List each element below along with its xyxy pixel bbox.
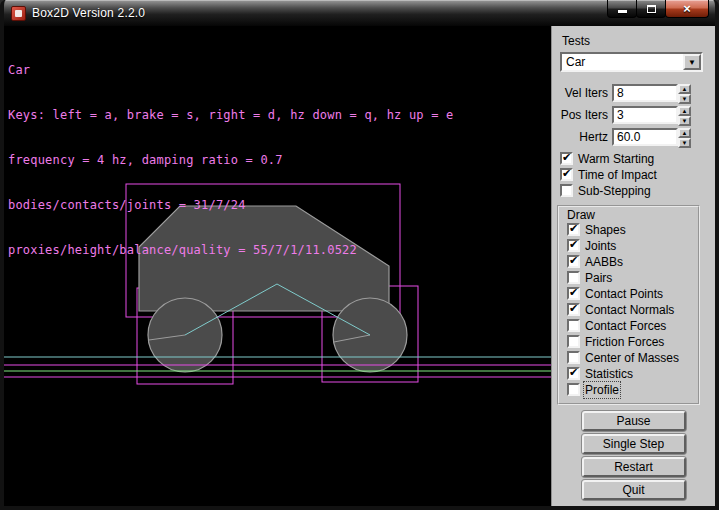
arrow-up-icon: ▲ [682, 86, 688, 92]
tests-dropdown-value: Car [562, 54, 683, 70]
checkbox-box[interactable]: ✔ [560, 184, 573, 197]
arrow-up-icon: ▲ [682, 108, 688, 114]
solver-options: ✔ Warm Starting ✔ Time of Impact ✔ Sub-S… [552, 152, 715, 197]
window-controls: × [608, 0, 709, 18]
quit-button[interactable]: Quit [582, 480, 686, 500]
hertz-label: Hertz [552, 130, 608, 144]
single-step-button[interactable]: Single Step [582, 434, 686, 454]
arrow-up-icon: ▲ [682, 130, 688, 136]
checkbox-label: Warm Starting [578, 152, 654, 166]
close-button[interactable]: × [665, 0, 709, 18]
iteration-settings: Vel Iters ▲ ▼ Pos Iters ▲ ▼ He [552, 84, 715, 146]
checkbox-sub-stepping[interactable]: ✔ Sub-Stepping [560, 184, 715, 197]
checkbox-label: Statistics [585, 367, 633, 381]
checkbox-box[interactable]: ✔ [567, 367, 580, 380]
pos-iters-up-button[interactable]: ▲ [678, 106, 691, 116]
checkbox-label: AABBs [585, 255, 623, 269]
hud-line-keys: Keys: left = a, brake = s, right = d, hz… [8, 108, 453, 123]
check-icon: ✔ [562, 152, 571, 163]
checkbox-warm-starting[interactable]: ✔ Warm Starting [560, 152, 715, 165]
check-icon: ✔ [569, 255, 578, 266]
vel-iters-input[interactable] [612, 84, 678, 102]
checkbox-contact-normals[interactable]: ✔ Contact Normals [567, 303, 698, 316]
checkbox-box[interactable]: ✔ [560, 152, 573, 165]
checkbox-time-of-impact[interactable]: ✔ Time of Impact [560, 168, 715, 181]
checkbox-contact-points[interactable]: ✔ Contact Points [567, 287, 698, 300]
control-panel: Tests Car ▼ Vel Iters ▲ ▼ Pos Iters [551, 26, 715, 506]
checkbox-box[interactable]: ✔ [567, 239, 580, 252]
pos-iters-down-button[interactable]: ▼ [678, 116, 691, 126]
checkbox-box[interactable]: ✔ [567, 351, 580, 364]
checkbox-label: Contact Normals [585, 303, 674, 317]
vel-iters-label: Vel Iters [552, 86, 608, 100]
pos-iters-input[interactable] [612, 106, 678, 124]
hertz-spinner: ▲ ▼ [678, 128, 691, 146]
checkbox-label: Contact Forces [585, 319, 666, 333]
tests-dropdown-arrow-button[interactable]: ▼ [683, 54, 701, 70]
checkbox-profile[interactable]: ✔ Profile [567, 383, 698, 396]
checkbox-label: Center of Masses [585, 351, 679, 365]
arrow-down-icon: ▼ [682, 96, 688, 102]
pos-iters-label: Pos Iters [552, 108, 608, 122]
checkbox-box[interactable]: ✔ [567, 335, 580, 348]
hertz-input[interactable] [612, 128, 678, 146]
checkbox-label: Friction Forces [585, 335, 664, 349]
minimize-button[interactable] [607, 0, 637, 18]
checkbox-statistics[interactable]: ✔ Statistics [567, 367, 698, 380]
checkbox-box[interactable]: ✔ [567, 255, 580, 268]
restart-button[interactable]: Restart [582, 457, 686, 477]
checkbox-box[interactable]: ✔ [567, 287, 580, 300]
checkbox-shapes[interactable]: ✔ Shapes [567, 223, 698, 236]
minimize-icon [618, 10, 627, 13]
chevron-down-icon: ▼ [688, 58, 696, 67]
checkbox-box[interactable]: ✔ [567, 383, 580, 396]
checkbox-box[interactable]: ✔ [567, 303, 580, 316]
checkbox-pairs[interactable]: ✔ Pairs [567, 271, 698, 284]
tests-label: Tests [562, 34, 715, 48]
app-icon [11, 6, 26, 21]
hertz-up-button[interactable]: ▲ [678, 128, 691, 138]
hertz-row: Hertz ▲ ▼ [552, 128, 691, 146]
check-icon: ✔ [569, 303, 578, 314]
app-window: Box2D Version 2.2.0 × [0, 0, 719, 510]
checkbox-label: Sub-Stepping [578, 184, 651, 198]
tests-dropdown[interactable]: Car ▼ [560, 52, 703, 72]
checkbox-label: Contact Points [585, 287, 663, 301]
checkbox-joints[interactable]: ✔ Joints [567, 239, 698, 252]
checkbox-box[interactable]: ✔ [560, 168, 573, 181]
hertz-down-button[interactable]: ▼ [678, 138, 691, 148]
pause-button[interactable]: Pause [582, 411, 686, 431]
checkbox-label: Joints [585, 239, 616, 253]
hud-line-frequency: frequency = 4 hz, damping ratio = 0.7 [8, 153, 453, 168]
checkbox-aabbs[interactable]: ✔ AABBs [567, 255, 698, 268]
checkbox-label: Shapes [585, 223, 626, 237]
debug-text-overlay: Car Keys: left = a, brake = s, right = d… [8, 33, 453, 288]
check-icon: ✔ [569, 223, 578, 234]
pos-iters-row: Pos Iters ▲ ▼ [552, 106, 691, 124]
check-icon: ✔ [569, 287, 578, 298]
close-icon: × [683, 2, 691, 15]
checkbox-box[interactable]: ✔ [567, 223, 580, 236]
hud-line-bodies: bodies/contacts/joints = 31/7/24 [8, 198, 453, 213]
checkbox-contact-forces[interactable]: ✔ Contact Forces [567, 319, 698, 332]
checkbox-box[interactable]: ✔ [567, 271, 580, 284]
arrow-down-icon: ▼ [682, 140, 688, 146]
vel-iters-row: Vel Iters ▲ ▼ [552, 84, 691, 102]
hud-line-test-title: Car [8, 63, 453, 78]
draw-group: Draw ✔ Shapes ✔ Joints ✔ AABBs ✔ Pairs [557, 205, 700, 405]
vel-iters-spinner: ▲ ▼ [678, 84, 691, 102]
window-title: Box2D Version 2.2.0 [32, 6, 145, 20]
vel-iters-down-button[interactable]: ▼ [678, 94, 691, 104]
maximize-button[interactable] [636, 0, 666, 18]
simulation-viewport[interactable]: Car Keys: left = a, brake = s, right = d… [4, 26, 551, 506]
maximize-icon [647, 5, 656, 13]
checkbox-friction-forces[interactable]: ✔ Friction Forces [567, 335, 698, 348]
checkbox-box[interactable]: ✔ [567, 319, 580, 332]
draw-group-title: Draw [567, 208, 698, 223]
pos-iters-spinner: ▲ ▼ [678, 106, 691, 124]
vel-iters-up-button[interactable]: ▲ [678, 84, 691, 94]
arrow-down-icon: ▼ [682, 118, 688, 124]
checkbox-label: Profile [585, 383, 619, 397]
checkbox-center-of-masses[interactable]: ✔ Center of Masses [567, 351, 698, 364]
action-buttons: Pause Single Step Restart Quit [552, 411, 715, 500]
